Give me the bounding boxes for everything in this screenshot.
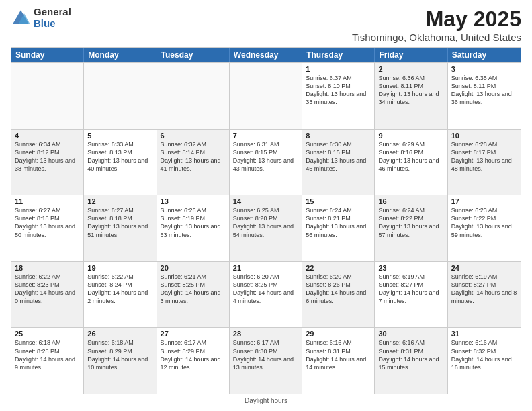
cell-sun-info: Sunrise: 6:37 AM Sunset: 8:10 PM Dayligh… [306, 74, 371, 107]
day-number: 7 [233, 132, 298, 140]
calendar-cell: 10Sunrise: 6:28 AM Sunset: 8:17 PM Dayli… [448, 130, 521, 195]
calendar-cell: 14Sunrise: 6:25 AM Sunset: 8:20 PM Dayli… [230, 195, 302, 261]
day-number: 29 [306, 330, 371, 338]
day-of-week-header: Friday [375, 48, 447, 62]
cell-sun-info: Sunrise: 6:16 AM Sunset: 8:31 PM Dayligh… [378, 338, 443, 371]
day-number: 16 [378, 197, 443, 205]
cell-sun-info: Sunrise: 6:24 AM Sunset: 8:21 PM Dayligh… [306, 206, 371, 239]
calendar-cell: 31Sunrise: 6:16 AM Sunset: 8:32 PM Dayli… [448, 328, 521, 394]
cell-sun-info: Sunrise: 6:16 AM Sunset: 8:31 PM Dayligh… [306, 338, 371, 371]
title-block: May 2025 Tishomingo, Oklahoma, United St… [352, 7, 521, 43]
calendar-cell: 27Sunrise: 6:17 AM Sunset: 8:29 PM Dayli… [157, 328, 230, 394]
day-number: 6 [161, 132, 226, 140]
day-number: 25 [15, 330, 80, 338]
calendar-cell: 23Sunrise: 6:19 AM Sunset: 8:27 PM Dayli… [375, 262, 447, 328]
calendar-cell: 3Sunrise: 6:35 AM Sunset: 8:11 PM Daylig… [448, 63, 521, 129]
calendar-cell: 11Sunrise: 6:27 AM Sunset: 8:18 PM Dayli… [11, 195, 84, 261]
cell-sun-info: Sunrise: 6:27 AM Sunset: 8:18 PM Dayligh… [87, 206, 152, 239]
cell-sun-info: Sunrise: 6:30 AM Sunset: 8:15 PM Dayligh… [306, 140, 371, 173]
cell-sun-info: Sunrise: 6:26 AM Sunset: 8:19 PM Dayligh… [161, 206, 226, 239]
day-of-week-header: Saturday [448, 48, 521, 62]
cell-sun-info: Sunrise: 6:19 AM Sunset: 8:27 PM Dayligh… [378, 273, 443, 306]
cell-sun-info: Sunrise: 6:34 AM Sunset: 8:12 PM Dayligh… [15, 140, 80, 173]
cell-sun-info: Sunrise: 6:20 AM Sunset: 8:26 PM Dayligh… [306, 273, 371, 306]
calendar-cell: 1Sunrise: 6:37 AM Sunset: 8:10 PM Daylig… [302, 63, 375, 129]
calendar-cell: 5Sunrise: 6:33 AM Sunset: 8:13 PM Daylig… [84, 130, 157, 195]
cell-sun-info: Sunrise: 6:25 AM Sunset: 8:20 PM Dayligh… [233, 206, 298, 239]
page: General Blue May 2025 Tishomingo, Oklaho… [0, 0, 532, 411]
cell-sun-info: Sunrise: 6:22 AM Sunset: 8:24 PM Dayligh… [87, 273, 152, 306]
day-number: 22 [306, 264, 371, 272]
logo-blue-text: Blue [34, 18, 71, 30]
calendar-cell: 2Sunrise: 6:36 AM Sunset: 8:11 PM Daylig… [375, 63, 447, 129]
calendar-cell: 16Sunrise: 6:24 AM Sunset: 8:22 PM Dayli… [375, 195, 447, 261]
day-number: 18 [15, 264, 80, 272]
day-number: 14 [233, 197, 298, 205]
cell-sun-info: Sunrise: 6:33 AM Sunset: 8:13 PM Dayligh… [87, 140, 152, 173]
calendar-cell: 8Sunrise: 6:30 AM Sunset: 8:15 PM Daylig… [302, 130, 375, 195]
cell-sun-info: Sunrise: 6:21 AM Sunset: 8:25 PM Dayligh… [161, 273, 226, 306]
cell-sun-info: Sunrise: 6:18 AM Sunset: 8:29 PM Dayligh… [87, 338, 152, 371]
calendar-cell: 24Sunrise: 6:19 AM Sunset: 8:27 PM Dayli… [448, 262, 521, 328]
cell-sun-info: Sunrise: 6:17 AM Sunset: 8:29 PM Dayligh… [161, 338, 226, 371]
calendar-cell: 12Sunrise: 6:27 AM Sunset: 8:18 PM Dayli… [84, 195, 157, 261]
cell-sun-info: Sunrise: 6:29 AM Sunset: 8:16 PM Dayligh… [378, 140, 443, 173]
calendar-cell [11, 63, 84, 129]
day-number: 13 [161, 197, 226, 205]
day-number: 10 [451, 132, 517, 140]
calendar-row: 11Sunrise: 6:27 AM Sunset: 8:18 PM Dayli… [11, 195, 521, 261]
day-of-week-header: Thursday [302, 48, 375, 62]
calendar-cell: 30Sunrise: 6:16 AM Sunset: 8:31 PM Dayli… [375, 328, 447, 394]
day-number: 28 [233, 330, 298, 338]
month-year: May 2025 [352, 7, 521, 32]
cell-sun-info: Sunrise: 6:31 AM Sunset: 8:15 PM Dayligh… [233, 140, 298, 173]
day-number: 21 [233, 264, 298, 272]
logo: General Blue [11, 7, 71, 29]
day-number: 27 [161, 330, 226, 338]
day-of-week-header: Monday [84, 48, 157, 62]
logo-icon [11, 8, 31, 28]
cell-sun-info: Sunrise: 6:32 AM Sunset: 8:14 PM Dayligh… [161, 140, 226, 173]
calendar-cell: 18Sunrise: 6:22 AM Sunset: 8:23 PM Dayli… [11, 262, 84, 328]
cell-sun-info: Sunrise: 6:23 AM Sunset: 8:22 PM Dayligh… [451, 206, 517, 239]
day-of-week-header: Tuesday [157, 48, 230, 62]
calendar-row: 1Sunrise: 6:37 AM Sunset: 8:10 PM Daylig… [11, 62, 521, 129]
calendar-cell: 17Sunrise: 6:23 AM Sunset: 8:22 PM Dayli… [448, 195, 521, 261]
day-number: 19 [87, 264, 152, 272]
calendar-cell [157, 63, 230, 129]
day-number: 12 [87, 197, 152, 205]
calendar-cell: 19Sunrise: 6:22 AM Sunset: 8:24 PM Dayli… [84, 262, 157, 328]
calendar-cell: 6Sunrise: 6:32 AM Sunset: 8:14 PM Daylig… [157, 130, 230, 195]
cell-sun-info: Sunrise: 6:20 AM Sunset: 8:25 PM Dayligh… [233, 273, 298, 306]
day-number: 26 [87, 330, 152, 338]
calendar-cell: 22Sunrise: 6:20 AM Sunset: 8:26 PM Dayli… [302, 262, 375, 328]
day-number: 3 [451, 65, 517, 73]
calendar-cell: 25Sunrise: 6:18 AM Sunset: 8:28 PM Dayli… [11, 328, 84, 394]
day-number: 2 [378, 65, 443, 73]
calendar-cell: 15Sunrise: 6:24 AM Sunset: 8:21 PM Dayli… [302, 195, 375, 261]
location: Tishomingo, Oklahoma, United States [352, 32, 521, 43]
calendar-row: 18Sunrise: 6:22 AM Sunset: 8:23 PM Dayli… [11, 261, 521, 328]
day-number: 30 [378, 330, 443, 338]
day-of-week-header: Wednesday [230, 48, 302, 62]
calendar-cell: 20Sunrise: 6:21 AM Sunset: 8:25 PM Dayli… [157, 262, 230, 328]
cell-sun-info: Sunrise: 6:35 AM Sunset: 8:11 PM Dayligh… [451, 74, 517, 107]
day-number: 24 [451, 264, 517, 272]
calendar-header-row: SundayMondayTuesdayWednesdayThursdayFrid… [11, 48, 521, 62]
calendar-cell: 4Sunrise: 6:34 AM Sunset: 8:12 PM Daylig… [11, 130, 84, 195]
calendar-cell: 29Sunrise: 6:16 AM Sunset: 8:31 PM Dayli… [302, 328, 375, 394]
calendar-cell: 21Sunrise: 6:20 AM Sunset: 8:25 PM Dayli… [230, 262, 302, 328]
cell-sun-info: Sunrise: 6:16 AM Sunset: 8:32 PM Dayligh… [451, 338, 517, 371]
calendar-cell: 7Sunrise: 6:31 AM Sunset: 8:15 PM Daylig… [230, 130, 302, 195]
cell-sun-info: Sunrise: 6:28 AM Sunset: 8:17 PM Dayligh… [451, 140, 517, 173]
calendar-cell: 26Sunrise: 6:18 AM Sunset: 8:29 PM Dayli… [84, 328, 157, 394]
day-number: 5 [87, 132, 152, 140]
day-number: 23 [378, 264, 443, 272]
day-number: 8 [306, 132, 371, 140]
calendar-row: 25Sunrise: 6:18 AM Sunset: 8:28 PM Dayli… [11, 327, 521, 394]
calendar-body: 1Sunrise: 6:37 AM Sunset: 8:10 PM Daylig… [11, 62, 521, 394]
calendar-cell [230, 63, 302, 129]
logo-general-text: General [34, 7, 71, 18]
footer-note: Daylight hours [11, 397, 521, 404]
day-number: 1 [306, 65, 371, 73]
